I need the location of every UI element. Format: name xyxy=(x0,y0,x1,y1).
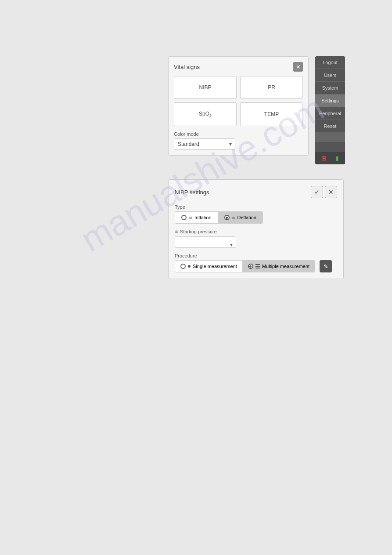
single-measurement-label: Single measurement xyxy=(193,264,237,269)
sidebar-system-button[interactable]: System xyxy=(315,82,345,94)
nibp-settings-title: NIBP settings xyxy=(175,189,209,196)
nibp-settings-panel: NIBP settings ✓ ✕ Type ≋ Inflation ≋ Def… xyxy=(168,179,344,279)
vital-signs-header: Vital signs ✕ xyxy=(174,62,303,72)
starting-pressure-label: ≋ Starting pressure xyxy=(175,229,337,235)
vital-signs-title: Vital signs xyxy=(174,64,200,70)
starting-pressure-select-wrapper xyxy=(175,236,236,253)
temp-button[interactable]: TEMP xyxy=(240,102,303,126)
color-mode-select-wrapper: Standard Night Day xyxy=(174,138,235,150)
sidebar-users-button[interactable]: Users xyxy=(315,69,345,82)
sidebar-footer: ⊞ ▮ xyxy=(315,152,345,164)
deflation-radio xyxy=(224,215,230,220)
multiple-measurement-option[interactable]: Multiple measurement xyxy=(242,260,315,272)
sidebar-reset-button[interactable]: Reset xyxy=(315,120,345,133)
nibp-settings-header: NIBP settings ✓ ✕ xyxy=(175,186,337,198)
vital-signs-grid: NIBP PR SpO2 TEMP xyxy=(174,76,303,126)
single-dot-icon xyxy=(188,265,191,268)
type-label: Type xyxy=(175,204,337,210)
single-radio xyxy=(180,264,186,269)
sidebar-status-bar-1 xyxy=(315,133,345,142)
procedure-label: Procedure xyxy=(175,253,337,258)
spo2-button[interactable]: SpO2 xyxy=(174,102,237,126)
inflation-label: Inflation xyxy=(194,215,212,220)
sidebar: Logout Users System Settings Peripheral … xyxy=(315,56,345,164)
deflation-label: Deflation xyxy=(237,215,256,220)
sidebar-settings-button[interactable]: Settings xyxy=(315,94,345,107)
network-icon: ⊞ xyxy=(321,155,327,162)
pr-button[interactable]: PR xyxy=(240,76,303,99)
nibp-cancel-button[interactable]: ✕ xyxy=(325,186,337,198)
procedure-edit-button[interactable]: ✎ xyxy=(320,260,332,272)
battery-icon: ▮ xyxy=(335,155,339,162)
multiple-radio xyxy=(248,264,253,269)
deflation-icon: ≋ xyxy=(232,215,235,220)
nibp-confirm-button[interactable]: ✓ xyxy=(311,186,323,198)
sidebar-logout-button[interactable]: Logout xyxy=(315,56,345,69)
multiple-lines-icon xyxy=(255,264,260,268)
multiple-measurement-label: Multiple measurement xyxy=(262,264,309,269)
nibp-settings-actions: ✓ ✕ xyxy=(311,186,337,198)
color-mode-label: Color mode xyxy=(174,131,303,137)
sidebar-status-bar-2 xyxy=(315,142,345,152)
color-mode-select[interactable]: Standard Night Day xyxy=(174,138,235,150)
procedure-toggle: Single measurement Multiple measurement xyxy=(175,260,315,272)
starting-pressure-icon: ≋ xyxy=(175,229,180,234)
inflation-radio xyxy=(181,215,187,220)
procedure-group: Single measurement Multiple measurement … xyxy=(175,260,337,272)
sidebar-peripheral-button[interactable]: Peripheral xyxy=(315,107,345,120)
single-measurement-option[interactable]: Single measurement xyxy=(175,260,242,272)
vital-signs-panel: Vital signs ✕ NIBP PR SpO2 TEMP Color mo… xyxy=(168,56,309,156)
type-toggle-group: ≋ Inflation ≋ Deflation xyxy=(175,211,337,224)
inflation-icon: ≋ xyxy=(189,215,192,220)
inflation-option[interactable]: ≋ Inflation xyxy=(175,211,218,224)
deflation-option[interactable]: ≋ Deflation xyxy=(218,211,263,224)
nibp-button[interactable]: NIBP xyxy=(174,76,237,99)
starting-pressure-select[interactable] xyxy=(175,236,236,248)
vital-signs-close-button[interactable]: ✕ xyxy=(293,62,303,72)
